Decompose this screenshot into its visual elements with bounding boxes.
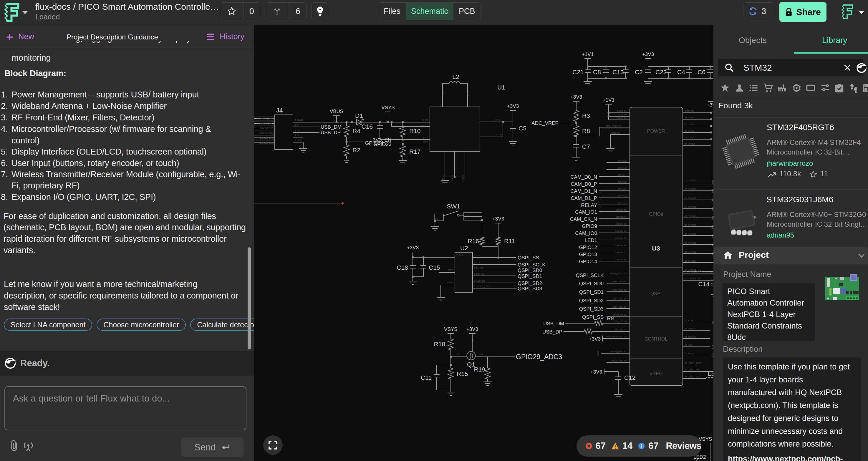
svg-text:C2: C2 <box>635 69 643 75</box>
svg-text:21 XIN: 21 XIN <box>685 344 692 346</box>
svg-text:CAM_IO1: CAM_IO1 <box>575 209 597 215</box>
svg-text:GPIO9: GPIO9 <box>582 223 597 229</box>
svg-text:VREG_VIN 49: VREG_VIN 49 <box>611 360 626 362</box>
svg-text:C14: C14 <box>698 281 710 287</box>
svg-text:SHIELD SH3: SHIELD SH3 <box>259 127 273 129</box>
svg-text:R4: R4 <box>352 127 361 134</box>
svg-text:L3: L3 <box>708 370 713 377</box>
svg-text:CAM_D0_N: CAM_D0_N <box>570 174 597 180</box>
svg-text:EN 1: EN 1 <box>423 136 428 139</box>
svg-text:GND 3: GND 3 <box>461 175 464 182</box>
svg-text:26 RUN: 26 RUN <box>685 319 693 322</box>
svg-text:GPIO8 11: GPIO8 11 <box>616 216 627 218</box>
svg-text:+3V3: +3V3 <box>707 102 713 108</box>
svg-text:1 VOUT: 1 VOUT <box>493 118 502 121</box>
svg-text:QSPI_SD1 58: QSPI_SD1 58 <box>612 289 627 291</box>
svg-text:4 LX1: 4 LX1 <box>467 90 470 96</box>
svg-text:QSPI_SD1: QSPI_SD1 <box>518 274 542 279</box>
svg-text:CAM_D0_P: CAM_D0_P <box>570 181 597 187</box>
svg-text:R11: R11 <box>504 238 515 244</box>
svg-text:32 GPIO20: 32 GPIO20 <box>685 224 696 226</box>
svg-text:11 IOVDD: 11 IOVDD <box>685 129 695 132</box>
svg-text:3 3: 3 3 <box>435 218 438 220</box>
svg-text:U2: U2 <box>460 245 468 251</box>
svg-text:CAM_CK_N: CAM_CK_N <box>570 216 597 222</box>
svg-text:1 IOVDD: 1 IOVDD <box>685 110 694 113</box>
svg-text:GPIOs: GPIOs <box>649 212 663 217</box>
svg-text:4 -4: 4 -4 <box>465 218 469 220</box>
svg-text:-1 1: -1 1 <box>435 211 439 214</box>
svg-text:GPIO29_ADC3: GPIO29_ADC3 <box>516 353 562 361</box>
svg-text:CAM_D1_N: CAM_D1_N <box>570 188 597 194</box>
svg-text:C11: C11 <box>421 374 432 381</box>
svg-text:SHIELD SH6: SHIELD SH6 <box>259 142 273 144</box>
svg-text:+3V3: +3V3 <box>590 369 602 375</box>
svg-text:USB_DM 56: USB_DM 56 <box>614 320 627 322</box>
svg-text:+3V3: +3V3 <box>466 327 478 332</box>
svg-text:USB_OTP_VDD 53: USB_OTP_VDD 53 <box>606 335 626 338</box>
svg-text:GPIO12: GPIO12 <box>579 245 597 250</box>
svg-text:EP 9: EP 9 <box>448 269 454 271</box>
svg-text:27 GPIO16: 27 GPIO16 <box>685 188 696 190</box>
svg-text:GND 63: GND 63 <box>611 131 620 134</box>
svg-text:R16: R16 <box>468 238 479 244</box>
svg-text:5 VIN: 5 VIN <box>423 119 428 121</box>
svg-text:40 GPIO26_A0: 40 GPIO26_A0 <box>685 277 701 280</box>
svg-text:C8: C8 <box>593 69 601 75</box>
svg-text:J4: J4 <box>276 107 283 114</box>
svg-text:2 LX2: 2 LX2 <box>442 90 444 96</box>
svg-text:VSS 4: VSS 4 <box>447 281 454 284</box>
svg-text:GPIO7 10: GPIO7 10 <box>616 209 626 211</box>
svg-text:DVDD 6: DVDD 6 <box>618 113 627 116</box>
svg-text:QSPI_SD3: QSPI_SD3 <box>518 286 542 291</box>
svg-text:45 IOVDD: 45 IOVDD <box>685 136 695 139</box>
svg-text:QSPI_SD3: QSPI_SD3 <box>579 306 603 312</box>
svg-text:QSPI_SD2: QSPI_SD2 <box>518 281 542 286</box>
svg-text:31 GPIO19: 31 GPIO19 <box>685 215 696 218</box>
svg-text:SW1: SW1 <box>447 203 460 210</box>
svg-text:GPIO14: GPIO14 <box>579 259 597 264</box>
svg-text:GND 9: GND 9 <box>451 175 454 182</box>
svg-text:GPIO13: GPIO13 <box>579 252 597 257</box>
svg-text:C8: C8 <box>472 339 475 342</box>
svg-text:VSYS: VSYS <box>381 105 395 111</box>
svg-text:USB_DM: USB_DM <box>543 321 564 327</box>
svg-text:C16: C16 <box>361 123 373 130</box>
svg-text:+3V3: +3V3 <box>642 52 654 57</box>
svg-text:USB_DP 57: USB_DP 57 <box>614 328 627 331</box>
svg-text:POWER: POWER <box>647 129 665 134</box>
svg-text:+3V3: +3V3 <box>507 103 519 109</box>
svg-text:R9: R9 <box>607 315 614 321</box>
svg-text:CAM_D1_P: CAM_D1_P <box>570 195 597 201</box>
svg-text:1 VBUS: 1 VBUS <box>295 119 303 121</box>
svg-text:C12: C12 <box>624 374 636 381</box>
svg-text:20 IOVDD: 20 IOVDD <box>685 143 695 146</box>
svg-text:DVDD 23: DVDD 23 <box>617 117 626 120</box>
svg-text:C21: C21 <box>572 69 584 75</box>
svg-text:3 D+: 3 D+ <box>295 129 300 132</box>
svg-text:R18: R18 <box>434 341 445 347</box>
svg-text:CAM_IO0: CAM_IO0 <box>575 230 597 236</box>
svg-text:30 IOVDD: 30 IOVDD <box>685 123 695 126</box>
svg-text:+1V1: +1V1 <box>582 52 594 57</box>
svg-text:QSPI_SS 60: QSPI_SS 60 <box>613 314 627 316</box>
svg-text:USB_DM: USB_DM <box>321 124 342 130</box>
svg-text:L2: L2 <box>452 73 459 80</box>
svg-text:DVDD 24: DVDD 24 <box>617 110 626 113</box>
svg-text:50 VREG_FB: 50 VREG_FB <box>685 368 699 371</box>
svg-text:GPIO2 4: GPIO2 4 <box>617 174 627 176</box>
svg-text:D1: D1 <box>355 112 363 119</box>
svg-text:QSPI_SD2: QSPI_SD2 <box>579 298 603 304</box>
svg-text:R17: R17 <box>409 148 421 155</box>
svg-text:GPIO4 7: GPIO4 7 <box>617 188 627 190</box>
svg-text:C7: C7 <box>582 143 590 150</box>
svg-text:GPIO11 15: GPIO11 15 <box>615 237 627 240</box>
svg-text:VCC 8: VCC 8 <box>456 253 463 256</box>
svg-text:19 GPIO15: 19 GPIO15 <box>685 179 696 182</box>
svg-text:5 DI_IO0: 5 DI_IO0 <box>474 267 484 269</box>
svg-text:QSPI_SS: QSPI_SS <box>518 255 539 260</box>
svg-text:GPIO13 17: GPIO13 17 <box>615 251 627 254</box>
svg-text:GPIO1 3: GPIO1 3 <box>617 166 627 169</box>
svg-text:10 FB: 10 FB <box>496 133 502 136</box>
svg-text:QSPI_SCLK: QSPI_SCLK <box>518 262 546 268</box>
